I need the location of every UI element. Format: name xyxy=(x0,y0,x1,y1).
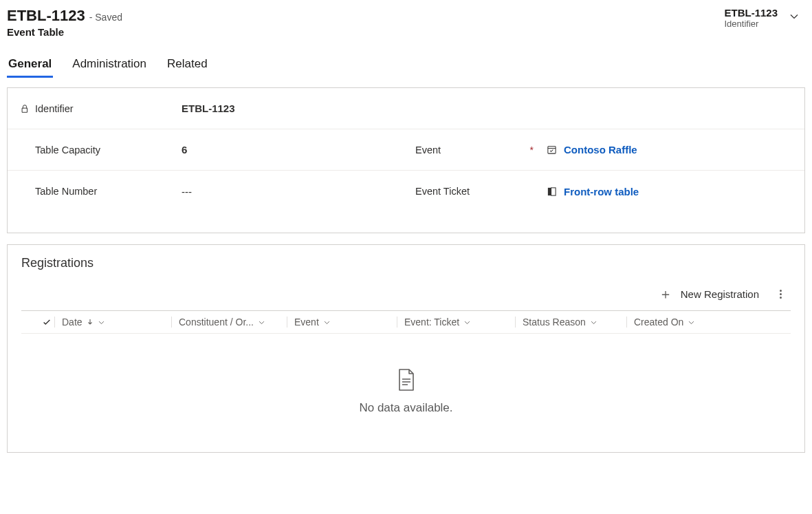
ticket-icon xyxy=(546,186,557,197)
capacity-label: Table Capacity xyxy=(35,144,100,156)
selector-sub: Identifier xyxy=(724,19,778,29)
table-number-label: Table Number xyxy=(35,186,97,197)
chevron-down-icon xyxy=(323,319,331,326)
new-registration-button[interactable]: ＋ New Registration xyxy=(659,287,759,301)
empty-state: No data available. xyxy=(21,334,791,436)
check-icon xyxy=(42,317,52,327)
calendar-check-icon xyxy=(546,144,557,156)
select-all-column[interactable] xyxy=(21,317,54,327)
chevron-down-icon xyxy=(688,319,695,326)
identifier-label: Identifier xyxy=(35,103,74,114)
event-label: Event xyxy=(415,144,441,156)
event-link[interactable]: Contoso Raffle xyxy=(564,144,637,156)
selector-title: ETBL-1123 xyxy=(724,7,778,19)
column-event-ticket[interactable]: Event: Ticket xyxy=(397,317,515,328)
tab-administration[interactable]: Administration xyxy=(71,53,148,78)
capacity-value[interactable]: 6 xyxy=(182,144,415,156)
more-commands-button[interactable] xyxy=(774,290,787,299)
row-identifier: Identifier ETBL-1123 xyxy=(8,88,804,129)
chevron-down-icon xyxy=(789,11,800,22)
tab-related[interactable]: Related xyxy=(166,53,209,78)
chevron-down-icon xyxy=(463,319,471,326)
column-constituent[interactable]: Constituent / Or... xyxy=(171,317,287,328)
event-ticket-link[interactable]: Front-row table xyxy=(564,186,639,197)
identifier-value: ETBL-1123 xyxy=(182,103,415,114)
column-date[interactable]: Date xyxy=(54,317,171,328)
column-created-on[interactable]: Created On xyxy=(626,317,754,328)
form-selector[interactable]: ETBL-1123 Identifier xyxy=(724,7,800,29)
grid-header: Date Constituent / Or... Event Event: Ti… xyxy=(21,310,791,334)
required-indicator: * xyxy=(530,144,534,156)
tab-general[interactable]: General xyxy=(7,53,53,78)
chevron-down-icon xyxy=(258,319,265,326)
event-lookup[interactable]: Contoso Raffle xyxy=(546,144,637,156)
svg-rect-1 xyxy=(547,187,551,195)
registrations-section: Registrations ＋ New Registration Date Co… xyxy=(7,244,805,453)
column-event[interactable]: Event xyxy=(287,317,397,328)
svg-rect-0 xyxy=(547,147,555,153)
sort-down-icon xyxy=(87,319,94,325)
lock-icon xyxy=(20,104,30,114)
registrations-title: Registrations xyxy=(21,256,791,270)
event-ticket-lookup[interactable]: Front-row table xyxy=(546,186,639,197)
row-capacity-event: Table Capacity 6 Event * Contoso Raffle xyxy=(8,129,804,171)
tab-bar: General Administration Related xyxy=(7,43,805,78)
entity-name: Event Table xyxy=(7,26,122,38)
general-section: Identifier ETBL-1123 Table Capacity 6 Ev… xyxy=(7,87,805,233)
subgrid-toolbar: ＋ New Registration xyxy=(21,283,791,310)
table-number-value[interactable]: --- xyxy=(182,186,415,197)
svg-rect-2 xyxy=(551,187,556,195)
column-status-reason[interactable]: Status Reason xyxy=(515,317,626,328)
event-ticket-label: Event Ticket xyxy=(415,186,470,197)
record-title: ETBL-1123 xyxy=(7,7,85,25)
chevron-down-icon xyxy=(590,319,597,326)
save-state: - Saved xyxy=(89,12,122,23)
document-icon xyxy=(397,368,416,392)
row-number-ticket: Table Number --- Event Ticket Front-row … xyxy=(8,171,804,212)
title-block: ETBL-1123 - Saved Event Table xyxy=(7,7,122,38)
form-header: ETBL-1123 - Saved Event Table ETBL-1123 … xyxy=(7,7,805,43)
chevron-down-icon xyxy=(98,319,105,326)
new-registration-label: New Registration xyxy=(681,288,759,300)
plus-icon: ＋ xyxy=(659,287,672,301)
empty-message: No data available. xyxy=(359,401,452,415)
